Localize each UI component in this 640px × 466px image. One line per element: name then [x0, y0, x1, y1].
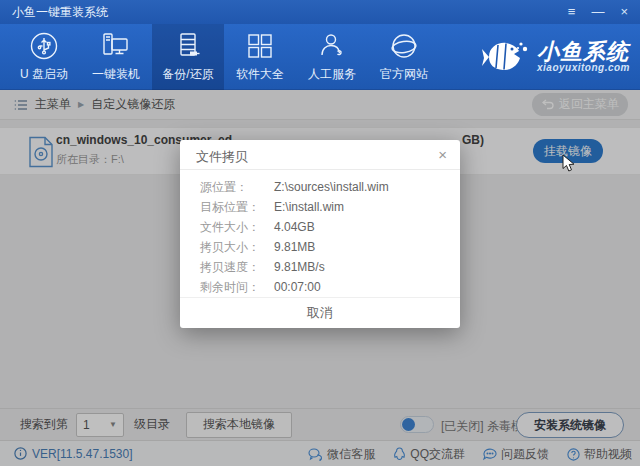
row-label: 目标位置： — [200, 199, 274, 216]
row-value: Z:\sources\install.wim — [274, 180, 389, 194]
server-backup-icon — [173, 31, 203, 61]
cancel-button[interactable]: 取消 — [180, 297, 460, 328]
dialog-row-filesize: 文件大小： 4.04GB — [200, 217, 440, 237]
row-value: 00:07:00 — [274, 280, 321, 294]
grid-icon — [246, 31, 274, 61]
dialog-row-speed: 拷贝速度： 9.81MB/s — [200, 257, 440, 277]
file-copy-dialog: 文件拷贝 × 源位置： Z:\sources\install.wim 目标位置：… — [180, 140, 460, 328]
brand-name: 小鱼系统 — [537, 40, 630, 63]
window-controls: ≡ — × — [568, 0, 628, 24]
nav-item-website[interactable]: 官方网站 — [368, 24, 440, 90]
nav-label: 人工服务 — [308, 66, 356, 83]
computer-icon — [100, 31, 132, 61]
nav-item-support[interactable]: 人工服务 — [296, 24, 368, 90]
close-icon[interactable]: × — [620, 0, 628, 24]
mouse-cursor — [562, 154, 576, 172]
dialog-row-source: 源位置： Z:\sources\install.wim — [200, 177, 440, 197]
dialog-row-remaining: 剩余时间： 00:07:00 — [200, 277, 440, 297]
nav-item-software[interactable]: 软件大全 — [224, 24, 296, 90]
nav-label: U 盘启动 — [20, 66, 68, 83]
dialog-title: 文件拷贝 — [196, 149, 248, 164]
dialog-close-icon[interactable]: × — [438, 146, 447, 163]
titlebar: 小鱼一键重装系统 ≡ — × — [0, 0, 640, 24]
fish-logo-icon — [481, 38, 529, 76]
row-value: E:\install.wim — [274, 200, 344, 214]
nav-item-usb-boot[interactable]: U 盘启动 — [8, 24, 80, 90]
brand-logo: 小鱼系统 xiaoyuxitong.com — [481, 24, 630, 90]
person-icon — [317, 31, 347, 61]
nav-label: 官方网站 — [380, 66, 428, 83]
main-nav: U 盘启动 一键装机 备份/还原 — [0, 24, 640, 90]
window-title: 小鱼一键重装系统 — [12, 4, 108, 21]
row-label: 源位置： — [200, 179, 274, 196]
row-value: 9.81MB — [274, 240, 315, 254]
globe-icon — [389, 31, 419, 61]
dialog-header: 文件拷贝 × — [180, 140, 460, 170]
brand-domain: xiaoyuxitong.com — [537, 63, 630, 74]
app-window: 小鱼一键重装系统 ≡ — × U 盘启动 一键装机 — [0, 0, 640, 466]
row-value: 4.04GB — [274, 220, 315, 234]
nav-label: 备份/还原 — [162, 66, 213, 83]
dialog-body: 源位置： Z:\sources\install.wim 目标位置： E:\ins… — [180, 170, 460, 297]
nav-item-one-key-install[interactable]: 一键装机 — [80, 24, 152, 90]
nav-item-backup-restore[interactable]: 备份/还原 — [152, 24, 224, 90]
row-label: 拷贝速度： — [200, 259, 274, 276]
minimize-icon[interactable]: — — [591, 0, 604, 24]
nav-label: 一键装机 — [92, 66, 140, 83]
row-label: 拷贝大小： — [200, 239, 274, 256]
row-value: 9.81MB/s — [274, 260, 325, 274]
dialog-row-target: 目标位置： E:\install.wim — [200, 197, 440, 217]
usb-icon — [29, 31, 59, 61]
row-label: 文件大小： — [200, 219, 274, 236]
row-label: 剩余时间： — [200, 279, 274, 296]
nav-label: 软件大全 — [236, 66, 284, 83]
menu-icon[interactable]: ≡ — [568, 0, 576, 24]
dialog-row-copied: 拷贝大小： 9.81MB — [200, 237, 440, 257]
content-area: 主菜单 ▶ 自定义镜像还原 返回主菜单 cn_windows_10_consum… — [0, 90, 640, 466]
